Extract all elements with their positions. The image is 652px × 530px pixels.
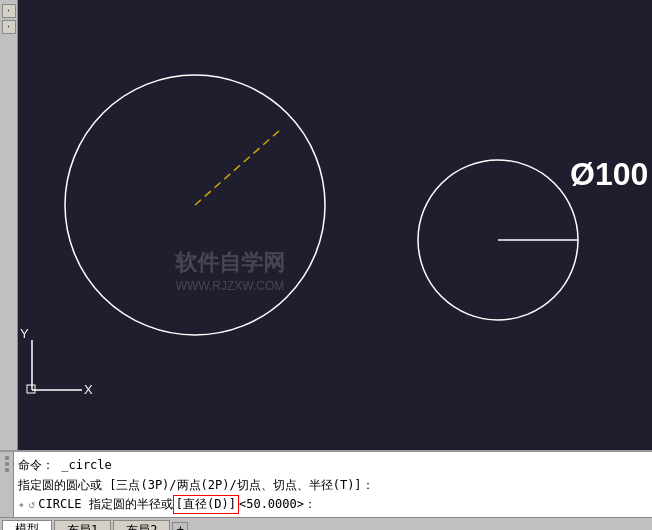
tab-add-button[interactable]: + bbox=[172, 522, 188, 531]
left-toolbar: · · bbox=[0, 0, 18, 450]
cmd-left-strip bbox=[0, 452, 14, 517]
cmd-line3-suffix: <50.0000>： bbox=[239, 496, 316, 513]
tab-model[interactable]: 模型 bbox=[2, 520, 52, 531]
toolbar-btn-2[interactable]: · bbox=[2, 20, 16, 34]
command-line-2: 指定圆的圆心或 [三点(3P)/两点(2P)/切点、切点、半径(T)]： bbox=[18, 474, 648, 494]
svg-text:Ø100: Ø100 bbox=[570, 156, 648, 192]
watermark-line2: WWW.RJZXW.COM bbox=[176, 279, 285, 293]
bottom-section: 命令： _circle 指定圆的圆心或 [三点(3P)/两点(2P)/切点、切点… bbox=[0, 450, 652, 530]
tab-bar: 模型 布局1 布局2 + bbox=[0, 517, 652, 530]
toolbar-btn-1[interactable]: · bbox=[2, 4, 16, 18]
tab-layout1[interactable]: 布局1 bbox=[54, 520, 111, 531]
svg-text:X: X bbox=[84, 382, 93, 397]
tab-layout2[interactable]: 布局2 bbox=[113, 520, 170, 531]
command-output-area: 命令： _circle 指定圆的圆心或 [三点(3P)/两点(2P)/切点、切点… bbox=[14, 452, 652, 517]
cmd-diameter-option[interactable]: [直径(D)] bbox=[173, 495, 239, 514]
cmd-line1-text: 命令： _circle bbox=[18, 458, 112, 472]
svg-text:Y: Y bbox=[20, 326, 29, 341]
cmd-line3-prefix: CIRCLE 指定圆的半径或 bbox=[38, 496, 173, 513]
cad-canvas[interactable]: Ø100 X Y 软件自学网 WWW.RJZXW.COM · · bbox=[0, 0, 652, 450]
command-input-row: ✦ ↺ CIRCLE 指定圆的半径或 [直径(D)] <50.0000>： bbox=[18, 494, 648, 515]
cmd-prompt-icon: ✦ bbox=[18, 498, 25, 511]
cmd-arrow: ↺ bbox=[29, 498, 36, 511]
command-line-1: 命令： _circle bbox=[18, 454, 648, 474]
cmd-line2-text: 指定圆的圆心或 [三点(3P)/两点(2P)/切点、切点、半径(T)]： bbox=[18, 478, 374, 492]
svg-rect-0 bbox=[0, 0, 652, 450]
watermark-line1: 软件自学网 bbox=[174, 250, 285, 275]
